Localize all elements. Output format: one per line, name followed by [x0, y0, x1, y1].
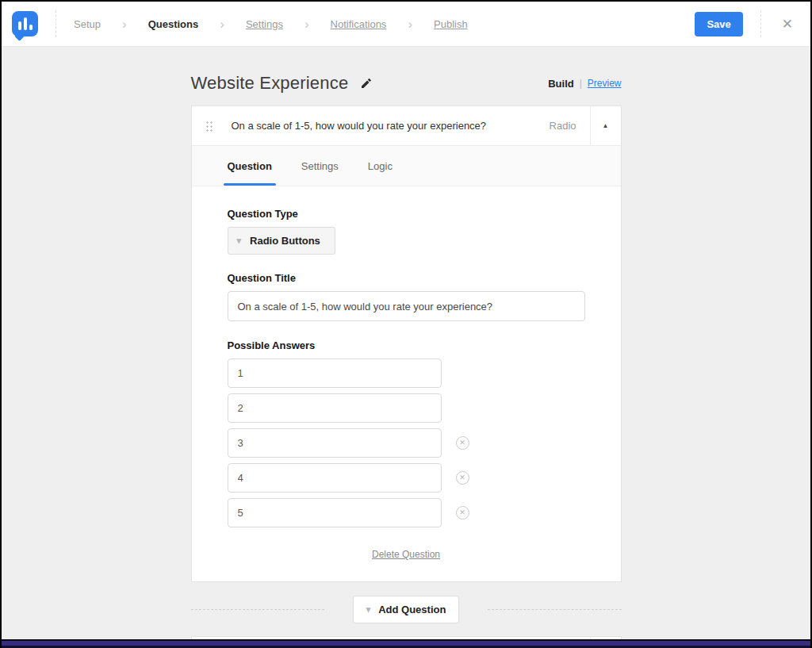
answer-input-2[interactable] [228, 393, 442, 423]
edit-pencil-icon[interactable] [360, 77, 373, 90]
chevron-right-icon: › [408, 17, 412, 31]
app-logo-icon[interactable] [12, 11, 38, 36]
question-type-dropdown[interactable]: ▾ Radio Buttons [228, 227, 335, 255]
answer-row [228, 359, 585, 388]
breadcrumb-settings[interactable]: Settings [246, 18, 283, 30]
save-button[interactable]: Save [695, 12, 742, 36]
window-bottom-bar [2, 639, 810, 648]
answer-row [228, 393, 585, 423]
navbar-divider [56, 10, 56, 37]
question-card-header[interactable]: On a scale of 1-5, how would you rate yo… [192, 106, 621, 145]
remove-answer-icon[interactable]: ✕ [456, 471, 469, 485]
view-mode-switch: Build | Preview [548, 78, 621, 90]
breadcrumb-questions[interactable]: Questions [148, 18, 199, 30]
chevron-right-icon: › [122, 17, 127, 31]
question-type-value: Radio Buttons [250, 235, 320, 247]
drag-handle-icon[interactable] [205, 121, 213, 132]
navbar-actions: Save ✕ [695, 10, 796, 37]
answer-row: ✕ [228, 498, 585, 527]
chevron-down-icon: ▾ [366, 604, 371, 615]
page-content: Website Experience Build | Preview On a … [2, 47, 810, 648]
add-question-row: ▾ Add Question [191, 596, 622, 623]
answer-input-3[interactable] [228, 428, 442, 458]
delete-question-link[interactable]: Delete Question [372, 549, 440, 560]
remove-answer-icon[interactable]: ✕ [456, 506, 469, 520]
answer-input-4[interactable] [228, 463, 442, 493]
chevron-right-icon: › [220, 17, 224, 31]
possible-answers-label: Possible Answers [228, 339, 585, 351]
app-window: Setup › Questions › Settings › Notificat… [0, 0, 812, 648]
question-title-label: Question Title [228, 272, 585, 284]
breadcrumb: Setup › Questions › Settings › Notificat… [74, 17, 468, 31]
answer-row: ✕ [228, 463, 585, 493]
tab-settings[interactable]: Settings [301, 146, 339, 186]
breadcrumb-notifications[interactable]: Notifications [331, 18, 387, 30]
dashed-divider [191, 609, 324, 610]
question-card: On a scale of 1-5, how would you rate yo… [191, 105, 622, 582]
chevron-right-icon: › [304, 17, 309, 31]
question-type-label: Question Type [228, 208, 585, 220]
breadcrumb-setup[interactable]: Setup [74, 18, 101, 30]
remove-answer-icon[interactable]: ✕ [456, 436, 469, 450]
question-title-input[interactable] [228, 291, 585, 321]
survey-title: Website Experience [191, 73, 349, 94]
preview-link[interactable]: Preview [588, 78, 622, 89]
add-question-label: Add Question [378, 604, 446, 615]
tab-question[interactable]: Question [228, 146, 272, 186]
dashed-divider [488, 609, 621, 610]
question-tabbar: Question Settings Logic [192, 145, 621, 186]
chevron-down-icon: ▾ [237, 236, 242, 246]
answer-row: ✕ [228, 428, 585, 458]
build-toggle[interactable]: Build [548, 78, 574, 90]
question-type-badge: Radio [550, 120, 590, 132]
delete-question-row: Delete Question [228, 546, 585, 561]
question-summary: On a scale of 1-5, how would you rate yo… [232, 120, 487, 132]
tab-logic[interactable]: Logic [368, 146, 393, 186]
mode-separator: | [580, 78, 582, 89]
question-card-body: Question Type ▾ Radio Buttons Question T… [192, 186, 621, 581]
breadcrumb-publish[interactable]: Publish [434, 18, 468, 30]
collapse-arrow-icon[interactable]: ▲ [590, 106, 621, 145]
close-icon[interactable]: ✕ [779, 14, 796, 34]
navbar-divider [760, 10, 761, 37]
answer-input-1[interactable] [228, 359, 442, 388]
answer-input-5[interactable] [228, 498, 442, 527]
top-navbar: Setup › Questions › Settings › Notificat… [2, 2, 810, 47]
survey-header: Website Experience Build | Preview [191, 73, 622, 94]
add-question-button[interactable]: ▾ Add Question [353, 596, 460, 623]
